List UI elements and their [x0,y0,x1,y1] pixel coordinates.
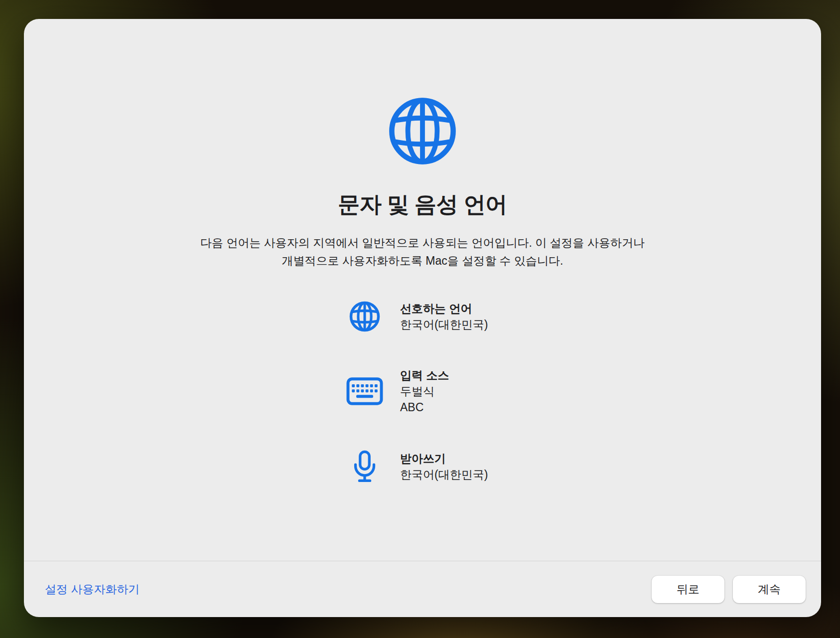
microphone-icon [345,450,384,483]
language-settings-list: 선호하는 언어 한국어(대한민국) [345,301,488,483]
back-button[interactable]: 뒤로 [652,576,724,603]
globe-icon [345,301,384,332]
preferred-language-row: 선호하는 언어 한국어(대한민국) [345,301,488,332]
setup-assistant-window: 문자 및 음성 언어 다음 언어는 사용자의 지역에서 일반적으로 사용되는 언… [24,19,821,617]
page-title: 문자 및 음성 언어 [338,191,507,218]
globe-icon [388,96,457,166]
keyboard-icon [345,377,384,405]
preferred-language-value: 한국어(대한민국) [400,317,488,332]
dictation-row: 받아쓰기 한국어(대한민국) [345,450,488,483]
input-source-label: 입력 소스 [400,367,449,383]
input-source-row: 입력 소스 두벌식 ABC [345,367,488,415]
input-source-value-1: 두벌식 [400,383,449,399]
continue-button[interactable]: 계속 [733,576,806,603]
footer-bar: 설정 사용자화하기 뒤로 계속 [24,561,821,617]
input-source-value-2: ABC [400,399,449,415]
description-line-1: 다음 언어는 사용자의 지역에서 일반적으로 사용되는 언어입니다. 이 설정을… [200,234,645,252]
page-description: 다음 언어는 사용자의 지역에서 일반적으로 사용되는 언어입니다. 이 설정을… [200,234,645,270]
preferred-language-label: 선호하는 언어 [400,301,488,317]
customize-settings-link[interactable]: 설정 사용자화하기 [45,582,140,597]
dictation-label: 받아쓰기 [400,451,488,467]
description-line-2: 개별적으로 사용자화하도록 Mac을 설정할 수 있습니다. [200,252,645,270]
dictation-value: 한국어(대한민국) [400,467,488,482]
